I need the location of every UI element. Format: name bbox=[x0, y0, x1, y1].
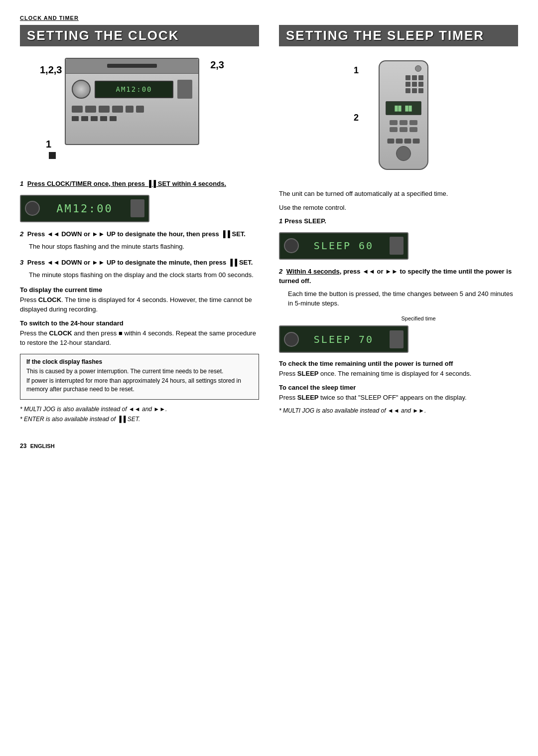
clock-display-am1200: AM12:00 bbox=[20, 195, 149, 222]
device-label-1: 1 bbox=[46, 139, 51, 150]
device-diagram: AM12:00 bbox=[65, 58, 199, 145]
device-display: AM12:00 bbox=[116, 85, 152, 93]
section-label: CLOCK AND TIMER bbox=[20, 15, 518, 21]
clock-step-2: 2 Press ◄◄ DOWN or ►► UP to designate th… bbox=[20, 229, 259, 252]
clock-sub-24hr: To switch to the 24-hour standard Press … bbox=[20, 319, 259, 348]
device-label-123: 1,2,3 bbox=[40, 64, 62, 76]
remote-label-2: 2 bbox=[354, 113, 359, 123]
clock-instructions: 1 Press CLOCK/TIMER once, then press ▐▐ … bbox=[20, 179, 259, 423]
sleep-step-1: 1Press SLEEP. bbox=[279, 216, 518, 226]
clock-step-1: 1 Press CLOCK/TIMER once, then press ▐▐ … bbox=[20, 179, 259, 189]
clock-sub-display: To display the current time Press CLOCK.… bbox=[20, 286, 259, 314]
sleep-footnote: * MULTI JOG is also available instead of… bbox=[279, 407, 518, 414]
clock-notice-box: If the clock display flashes This is cau… bbox=[20, 354, 259, 400]
page-lang: ENGLISH bbox=[30, 443, 55, 449]
specified-time-section: Specified time SLEEP 70 bbox=[279, 314, 518, 353]
sleep-display-70: SLEEP 70 bbox=[279, 325, 408, 353]
sleep-sub-check: To check the time remaining until the po… bbox=[279, 360, 518, 379]
clock-step-3: 3 Press ◄◄ DOWN or ►► UP to designate th… bbox=[20, 258, 259, 280]
device-black-square bbox=[49, 152, 56, 159]
clock-footnote-2: * ENTER is also available instead of ▐▐ … bbox=[20, 416, 259, 423]
sleep-section-title: SETTING THE SLEEP TIMER bbox=[279, 25, 518, 46]
remote-diagram: 1 2 bbox=[349, 55, 448, 180]
clock-footnote-1: * MULTI JOG is also available instead of… bbox=[20, 406, 259, 413]
page-number: 23 bbox=[20, 443, 26, 450]
page-footer: 23 ENGLISH bbox=[20, 443, 518, 450]
sleep-sub-cancel: To cancel the sleep timer Press SLEEP tw… bbox=[279, 384, 518, 403]
device-label-23: 2,3 bbox=[210, 59, 224, 71]
remote-label-1: 1 bbox=[354, 65, 359, 76]
sleep-step-2: 2 Within 4 seconds, press ◄◄ or ►► to sp… bbox=[279, 267, 518, 308]
sleep-instructions: The unit can be turned off automatically… bbox=[279, 189, 518, 414]
sleep-display-60: SLEEP 60 bbox=[279, 232, 408, 260]
clock-section-title: SETTING THE CLOCK bbox=[20, 25, 259, 46]
